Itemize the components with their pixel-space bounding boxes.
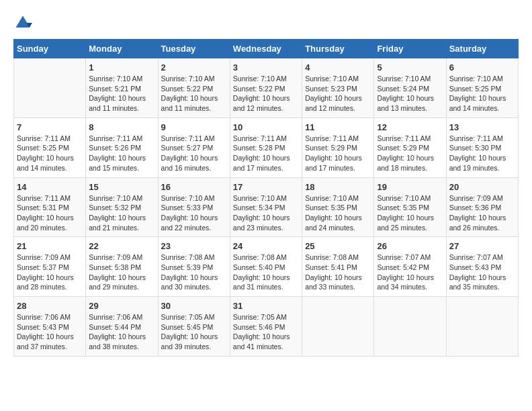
day-info: Sunrise: 7:11 AM Sunset: 5:25 PM Dayligh… (17, 134, 83, 173)
page-header (13, 13, 519, 32)
day-cell (14, 58, 86, 118)
day-cell: 10Sunrise: 7:11 AM Sunset: 5:28 PM Dayli… (230, 118, 302, 177)
header-thursday: Thursday (302, 40, 374, 58)
day-cell: 21Sunrise: 7:09 AM Sunset: 5:37 PM Dayli… (14, 237, 86, 297)
day-cell: 14Sunrise: 7:11 AM Sunset: 5:31 PM Dayli… (14, 177, 86, 237)
day-info: Sunrise: 7:11 AM Sunset: 5:29 PM Dayligh… (305, 134, 371, 173)
day-number: 7 (17, 122, 83, 132)
day-cell: 28Sunrise: 7:06 AM Sunset: 5:43 PM Dayli… (14, 297, 86, 357)
day-cell: 30Sunrise: 7:05 AM Sunset: 5:45 PM Dayli… (158, 297, 230, 357)
day-number: 28 (17, 301, 83, 311)
day-info: Sunrise: 7:10 AM Sunset: 5:25 PM Dayligh… (449, 74, 515, 113)
day-info: Sunrise: 7:05 AM Sunset: 5:45 PM Dayligh… (161, 312, 227, 352)
day-info: Sunrise: 7:06 AM Sunset: 5:43 PM Dayligh… (17, 312, 83, 352)
day-info: Sunrise: 7:06 AM Sunset: 5:44 PM Dayligh… (89, 312, 154, 352)
day-cell: 15Sunrise: 7:10 AM Sunset: 5:32 PM Dayli… (86, 177, 158, 237)
header-row: SundayMondayTuesdayWednesdayThursdayFrid… (14, 40, 519, 58)
day-info: Sunrise: 7:10 AM Sunset: 5:33 PM Dayligh… (161, 193, 227, 233)
header-monday: Monday (86, 40, 158, 58)
day-info: Sunrise: 7:10 AM Sunset: 5:35 PM Dayligh… (377, 193, 443, 233)
header-tuesday: Tuesday (158, 40, 230, 58)
day-number: 5 (377, 62, 443, 73)
day-cell: 11Sunrise: 7:11 AM Sunset: 5:29 PM Dayli… (302, 118, 374, 177)
day-cell: 7Sunrise: 7:11 AM Sunset: 5:25 PM Daylig… (14, 118, 86, 177)
day-number: 25 (305, 241, 371, 251)
day-number: 10 (233, 122, 299, 132)
day-cell (302, 297, 374, 357)
day-cell: 24Sunrise: 7:08 AM Sunset: 5:40 PM Dayli… (230, 237, 302, 297)
svg-marker-0 (16, 16, 30, 28)
day-number: 11 (305, 122, 371, 132)
day-info: Sunrise: 7:11 AM Sunset: 5:31 PM Dayligh… (17, 193, 83, 233)
day-info: Sunrise: 7:09 AM Sunset: 5:38 PM Dayligh… (89, 253, 154, 292)
day-info: Sunrise: 7:07 AM Sunset: 5:43 PM Dayligh… (449, 253, 515, 292)
day-cell (374, 297, 446, 357)
day-info: Sunrise: 7:09 AM Sunset: 5:36 PM Dayligh… (449, 193, 515, 233)
day-info: Sunrise: 7:11 AM Sunset: 5:30 PM Dayligh… (449, 134, 515, 173)
day-cell (446, 297, 518, 357)
day-cell: 3Sunrise: 7:10 AM Sunset: 5:22 PM Daylig… (230, 58, 302, 118)
day-cell: 13Sunrise: 7:11 AM Sunset: 5:30 PM Dayli… (446, 118, 518, 177)
day-number: 4 (305, 62, 371, 73)
day-cell: 1Sunrise: 7:10 AM Sunset: 5:21 PM Daylig… (86, 58, 158, 118)
week-row-4: 21Sunrise: 7:09 AM Sunset: 5:37 PM Dayli… (14, 237, 519, 297)
day-cell: 17Sunrise: 7:10 AM Sunset: 5:34 PM Dayli… (230, 177, 302, 237)
day-info: Sunrise: 7:10 AM Sunset: 5:23 PM Dayligh… (305, 74, 371, 113)
day-info: Sunrise: 7:10 AM Sunset: 5:22 PM Dayligh… (161, 74, 227, 113)
day-number: 23 (161, 241, 227, 251)
logo (13, 13, 35, 32)
day-cell: 29Sunrise: 7:06 AM Sunset: 5:44 PM Dayli… (86, 297, 158, 357)
day-cell: 8Sunrise: 7:11 AM Sunset: 5:26 PM Daylig… (86, 118, 158, 177)
day-number: 30 (161, 301, 227, 311)
day-cell: 9Sunrise: 7:11 AM Sunset: 5:27 PM Daylig… (158, 118, 230, 177)
header-wednesday: Wednesday (230, 40, 302, 58)
day-cell: 12Sunrise: 7:11 AM Sunset: 5:29 PM Dayli… (374, 118, 446, 177)
day-cell: 27Sunrise: 7:07 AM Sunset: 5:43 PM Dayli… (446, 237, 518, 297)
day-info: Sunrise: 7:07 AM Sunset: 5:42 PM Dayligh… (377, 253, 443, 292)
day-cell: 2Sunrise: 7:10 AM Sunset: 5:22 PM Daylig… (158, 58, 230, 118)
day-cell: 23Sunrise: 7:08 AM Sunset: 5:39 PM Dayli… (158, 237, 230, 297)
day-number: 29 (89, 301, 154, 311)
day-number: 16 (161, 182, 227, 192)
day-info: Sunrise: 7:08 AM Sunset: 5:39 PM Dayligh… (161, 253, 227, 292)
day-cell: 5Sunrise: 7:10 AM Sunset: 5:24 PM Daylig… (374, 58, 446, 118)
day-number: 18 (305, 182, 371, 192)
day-number: 21 (17, 241, 83, 251)
header-friday: Friday (374, 40, 446, 58)
day-cell: 26Sunrise: 7:07 AM Sunset: 5:42 PM Dayli… (374, 237, 446, 297)
day-info: Sunrise: 7:10 AM Sunset: 5:24 PM Dayligh… (377, 74, 443, 113)
day-info: Sunrise: 7:10 AM Sunset: 5:22 PM Dayligh… (233, 74, 299, 113)
day-cell: 4Sunrise: 7:10 AM Sunset: 5:23 PM Daylig… (302, 58, 374, 118)
day-cell: 19Sunrise: 7:10 AM Sunset: 5:35 PM Dayli… (374, 177, 446, 237)
day-number: 13 (449, 122, 515, 132)
day-info: Sunrise: 7:11 AM Sunset: 5:26 PM Dayligh… (89, 134, 154, 173)
header-sunday: Sunday (14, 40, 86, 58)
day-number: 14 (17, 182, 83, 192)
day-info: Sunrise: 7:10 AM Sunset: 5:34 PM Dayligh… (233, 193, 299, 233)
day-info: Sunrise: 7:10 AM Sunset: 5:35 PM Dayligh… (305, 193, 371, 233)
week-row-1: 1Sunrise: 7:10 AM Sunset: 5:21 PM Daylig… (14, 58, 519, 118)
day-cell: 25Sunrise: 7:08 AM Sunset: 5:41 PM Dayli… (302, 237, 374, 297)
week-row-5: 28Sunrise: 7:06 AM Sunset: 5:43 PM Dayli… (14, 297, 519, 357)
day-number: 26 (377, 241, 443, 251)
day-number: 8 (89, 122, 154, 132)
day-number: 24 (233, 241, 299, 251)
day-number: 3 (233, 62, 299, 73)
day-info: Sunrise: 7:08 AM Sunset: 5:40 PM Dayligh… (233, 253, 299, 292)
day-number: 31 (233, 301, 299, 311)
day-number: 22 (89, 241, 154, 251)
day-number: 27 (449, 241, 515, 251)
day-number: 19 (377, 182, 443, 192)
day-cell: 20Sunrise: 7:09 AM Sunset: 5:36 PM Dayli… (446, 177, 518, 237)
day-number: 9 (161, 122, 227, 132)
day-info: Sunrise: 7:10 AM Sunset: 5:32 PM Dayligh… (89, 193, 154, 233)
day-number: 20 (449, 182, 515, 192)
day-cell: 22Sunrise: 7:09 AM Sunset: 5:38 PM Dayli… (86, 237, 158, 297)
day-cell: 31Sunrise: 7:05 AM Sunset: 5:46 PM Dayli… (230, 297, 302, 357)
week-row-3: 14Sunrise: 7:11 AM Sunset: 5:31 PM Dayli… (14, 177, 519, 237)
header-saturday: Saturday (446, 40, 518, 58)
day-number: 1 (89, 62, 154, 73)
day-cell: 18Sunrise: 7:10 AM Sunset: 5:35 PM Dayli… (302, 177, 374, 237)
day-number: 12 (377, 122, 443, 132)
day-info: Sunrise: 7:11 AM Sunset: 5:27 PM Dayligh… (161, 134, 227, 173)
